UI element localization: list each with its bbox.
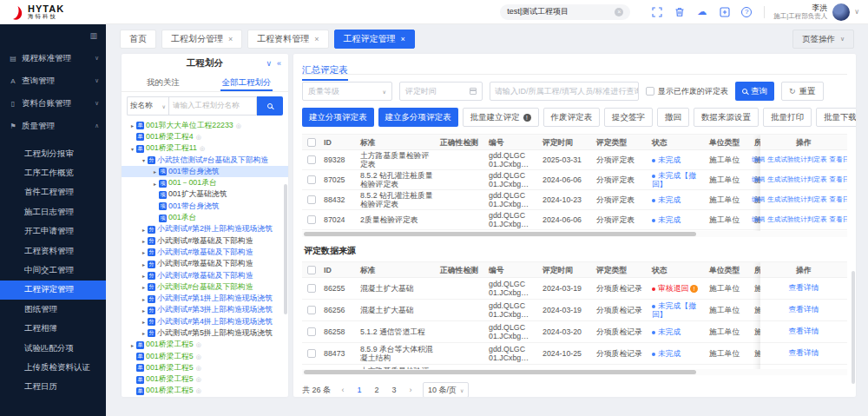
select-all-checkbox[interactable] bbox=[307, 138, 316, 147]
vertical-scrollbar[interactable] bbox=[852, 271, 855, 384]
page-tab[interactable]: 首页 bbox=[120, 30, 156, 49]
expand-arrow-icon[interactable]: ▸ bbox=[151, 168, 159, 175]
tree-node[interactable]: ▸ 分 小武测试#台基础及下部构造 bbox=[122, 281, 288, 293]
node-settings-icon[interactable]: ◎ bbox=[200, 145, 205, 152]
expand-arrow-icon[interactable]: ▾ bbox=[128, 146, 136, 152]
page-tab[interactable]: 工程资料管理 × bbox=[247, 30, 328, 49]
expand-arrow-icon[interactable]: ▸ bbox=[140, 249, 148, 255]
prev-page-button[interactable]: ‹ bbox=[337, 386, 349, 394]
expand-arrow-icon[interactable]: ▸ bbox=[140, 227, 148, 233]
show-voided-checkbox[interactable]: 显示已作废的评定表 bbox=[646, 86, 728, 97]
tree-node[interactable]: ▸ 分 小武测试#第2拼上部构造现场浇筑 bbox=[122, 224, 288, 235]
node-settings-icon[interactable]: ◎ bbox=[196, 376, 201, 383]
expand-arrow-icon[interactable]: ▸ bbox=[140, 319, 148, 325]
edit-link[interactable]: 编辑 bbox=[752, 175, 765, 184]
close-icon[interactable]: × bbox=[401, 35, 405, 43]
sidebar-sub-item[interactable]: 施工日志管理 bbox=[0, 202, 106, 221]
view-log-link[interactable]: 查看日志 bbox=[830, 215, 847, 224]
row-checkbox[interactable] bbox=[307, 175, 316, 184]
expand-arrow-icon[interactable]: ▸ bbox=[140, 307, 148, 314]
view-log-link[interactable]: 查看日志 bbox=[830, 175, 847, 184]
expand-arrow-icon[interactable]: ▸ bbox=[140, 261, 148, 267]
sidebar-sub-item[interactable]: 工程相簿 bbox=[0, 320, 106, 339]
edit-link[interactable]: 编辑 bbox=[752, 155, 765, 164]
row-checkbox[interactable] bbox=[307, 327, 316, 336]
cloud-icon[interactable]: ☁ bbox=[696, 6, 707, 17]
tree-scrollbar[interactable] bbox=[284, 184, 287, 314]
sidebar-menu-item[interactable]: ▯ 资料台账管理 ∨ bbox=[0, 92, 106, 115]
tab-summary-table[interactable]: 汇总评定表 bbox=[302, 64, 348, 81]
page-tab[interactable]: 工程划分管理 × bbox=[161, 30, 242, 49]
sidebar-collapse-icon[interactable]: ▥ bbox=[89, 31, 97, 40]
view-detail-link[interactable]: 查看详情 bbox=[788, 305, 819, 315]
evaluation-date-input[interactable]: 评定时间 bbox=[399, 82, 483, 101]
row-checkbox[interactable] bbox=[307, 215, 316, 224]
view-log-link[interactable]: 查看日志 bbox=[830, 155, 847, 164]
expand-arrow-icon[interactable]: ▸ bbox=[140, 273, 148, 279]
sidebar-sub-item[interactable]: 试验匹配分项 bbox=[0, 339, 106, 358]
generate-stats-link[interactable]: 生成试验统计判定表 bbox=[767, 195, 826, 204]
tree-node[interactable]: 单 001桥梁工程4 ◎ bbox=[122, 131, 288, 142]
tree-fold-icon[interactable]: « bbox=[277, 59, 281, 68]
action-button[interactable]: 提交签字 bbox=[604, 108, 653, 127]
tab-my-follow[interactable]: 我的关注 bbox=[122, 73, 205, 91]
generate-stats-link[interactable]: 生成试验统计判定表 bbox=[767, 155, 826, 164]
tree-node[interactable]: 单 001桥梁工程5 ◎ bbox=[122, 351, 288, 362]
tree-node[interactable]: 单 001桥梁工程5 ◎ bbox=[122, 374, 288, 386]
view-log-link[interactable]: 查看日志 bbox=[830, 195, 847, 204]
action-button[interactable]: 批量建立评定 ! bbox=[463, 108, 539, 127]
tree-node[interactable]: 项 001带台身浇筑 bbox=[122, 201, 288, 212]
edit-link[interactable]: 编辑 bbox=[752, 195, 765, 204]
generate-stats-link[interactable]: 生成试验统计判定表 bbox=[767, 215, 826, 224]
select-all-checkbox[interactable] bbox=[307, 266, 316, 274]
close-icon[interactable]: × bbox=[314, 35, 319, 43]
node-settings-icon[interactable]: ◎ bbox=[196, 341, 201, 348]
horizontal-scrollbar[interactable] bbox=[302, 369, 847, 375]
expand-arrow-icon[interactable]: ▸ bbox=[140, 238, 148, 244]
generate-stats-link[interactable]: 生成试验统计判定表 bbox=[767, 175, 826, 184]
page-ops-button[interactable]: 页签操作 ∨ bbox=[792, 30, 854, 49]
clear-project-icon[interactable]: × bbox=[615, 8, 623, 17]
tree-node[interactable]: ▸ 分 小武测试#第5拼上部构造现场浇筑 bbox=[122, 327, 288, 339]
tree-node[interactable]: ▸ 分 小武测试#第4拼上部构造现场浇筑 bbox=[122, 316, 288, 327]
next-page-button[interactable]: › bbox=[404, 386, 417, 394]
action-button[interactable]: 建立分项评定表 bbox=[302, 108, 374, 127]
row-checkbox[interactable] bbox=[307, 155, 316, 164]
tree-node[interactable]: ▸ 分 小武测试#墩基础及下部构造 bbox=[122, 235, 288, 247]
tree-node[interactable]: ▸ 分 小武测试#墩基础及下部构造 bbox=[122, 247, 288, 258]
tree-node[interactable]: ▸ 分 小武测试#第1拼上部构造现场浇筑 bbox=[122, 293, 288, 304]
page-size-select[interactable]: 10 条/页 ∨ bbox=[423, 382, 469, 397]
node-settings-icon[interactable]: ◎ bbox=[196, 353, 201, 360]
sidebar-menu-item[interactable]: ▤ 规程标准管理 ∨ bbox=[0, 47, 106, 69]
page-number[interactable]: 1 bbox=[355, 386, 364, 394]
sidebar-sub-item[interactable]: 首件工程管理 bbox=[0, 183, 106, 202]
tree-node[interactable]: 单 001桥梁工程5 ◎ bbox=[122, 386, 288, 397]
row-checkbox[interactable] bbox=[307, 284, 316, 293]
sidebar-sub-item[interactable]: 工程评定管理 bbox=[0, 281, 106, 300]
view-detail-link[interactable]: 查看详情 bbox=[788, 348, 819, 359]
sidebar-sub-item[interactable]: 中间交工管理 bbox=[0, 261, 106, 280]
avatar[interactable] bbox=[832, 3, 850, 21]
expand-arrow-icon[interactable]: ▸ bbox=[151, 181, 159, 187]
close-icon[interactable]: × bbox=[228, 35, 233, 43]
expand-arrow-icon[interactable]: ▸ bbox=[140, 330, 148, 336]
expand-arrow-icon[interactable]: ▾ bbox=[140, 157, 148, 163]
checkbox[interactable] bbox=[646, 87, 654, 96]
row-checkbox[interactable] bbox=[307, 349, 316, 358]
trash-icon[interactable] bbox=[674, 6, 685, 17]
project-selector[interactable]: test|测试工程项目 × bbox=[500, 4, 630, 20]
tree-node[interactable]: ▸ 分 小武测试#第3拼上部构造现场浇筑 bbox=[122, 305, 288, 316]
tree-search-button[interactable] bbox=[257, 96, 283, 116]
page-number[interactable]: 3 bbox=[390, 386, 398, 394]
horizontal-scrollbar[interactable] bbox=[302, 231, 847, 237]
sidebar-sub-item[interactable]: 工序工作概览 bbox=[0, 163, 106, 182]
node-settings-icon[interactable]: ◎ bbox=[196, 387, 201, 394]
keyword-search-input[interactable]: 请输入ID/所属工程/填写人员/标准进行查询 bbox=[490, 82, 639, 101]
view-detail-link[interactable]: 查看详情 bbox=[788, 327, 819, 337]
user-chevron-down-icon[interactable]: ∨ bbox=[854, 8, 859, 16]
row-checkbox[interactable] bbox=[307, 306, 316, 314]
sidebar-menu-item[interactable]: A 查询管理 ∨ bbox=[0, 69, 106, 92]
row-checkbox[interactable] bbox=[307, 195, 316, 204]
tree-node[interactable]: ▸ 项 001带台身浇筑 bbox=[122, 166, 288, 177]
sidebar-sub-item[interactable]: 图纸管理 bbox=[0, 300, 106, 319]
